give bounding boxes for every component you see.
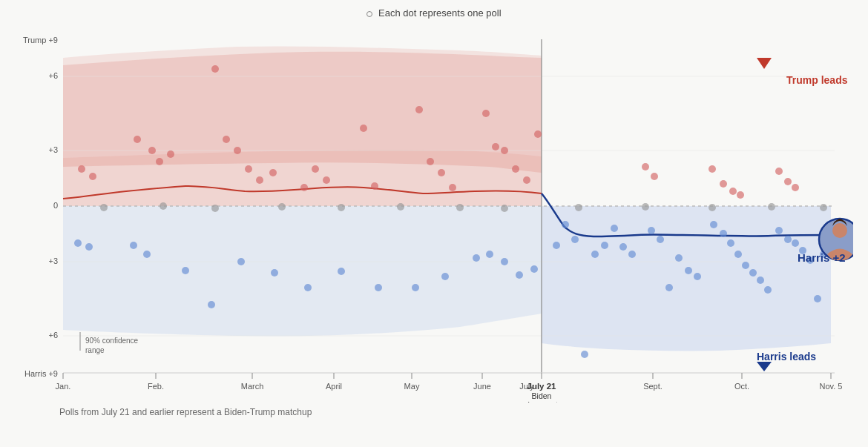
trump-dot (523, 176, 530, 184)
zero-dot (456, 204, 464, 211)
chart-container: Each dot represents one poll Trump +9 +6… (0, 0, 868, 447)
harris-dot (591, 251, 599, 258)
harris-dot (742, 262, 749, 269)
harris-value-label: Harris +2 (798, 251, 846, 264)
trump-dot (371, 182, 378, 190)
trump-dot (512, 165, 519, 173)
harris-dot (764, 286, 772, 294)
zero-dot (160, 202, 167, 210)
x-label-nov5: Nov. 5 (820, 382, 843, 391)
trump-dot (708, 165, 716, 173)
y-label-plus6-top: +6 (48, 71, 58, 80)
harris-dot (530, 265, 538, 273)
harris-dot (757, 277, 764, 284)
trump-dot (792, 184, 799, 191)
x-label-july21: July 21 (527, 382, 557, 391)
trump-dot (501, 147, 508, 154)
trump-dot (323, 176, 330, 184)
y-label-plus3-top: +3 (48, 145, 58, 154)
zero-dot (278, 203, 286, 211)
trump-dot (642, 163, 649, 170)
y-label-plus6-bot: +6 (48, 331, 58, 340)
trump-dot (534, 130, 542, 138)
x-label-march: March (241, 382, 264, 391)
harris-dot (501, 258, 508, 265)
trump-arrow (757, 58, 772, 69)
zero-dot (100, 204, 108, 211)
zero-dot (642, 203, 649, 211)
trump-dot (651, 173, 658, 180)
chart-footnote: Polls from July 21 and earlier represent… (15, 407, 853, 417)
x-label-biden: Biden (532, 391, 552, 400)
y-label-trump9: Trump +9 (23, 36, 58, 44)
x-label-sept: Sept. (643, 382, 662, 391)
zero-dot (768, 203, 775, 211)
x-label-feb: Feb. (148, 382, 164, 391)
harris-dot (619, 243, 627, 251)
trump-dot (438, 169, 445, 176)
y-label-plus3-bot: +3 (48, 256, 58, 265)
harris-dot (338, 268, 345, 275)
harris-dot (130, 242, 137, 249)
trump-dot (729, 188, 737, 195)
harris-dot (441, 273, 449, 280)
zero-dot (501, 205, 508, 212)
y-label-harris9: Harris +9 (24, 369, 58, 378)
zero-dot (820, 204, 827, 211)
harris-dot (657, 236, 664, 243)
trump-dot (775, 168, 783, 175)
main-chart: Trump +9 +6 +3 0 +3 +6 Harris +9 (15, 24, 853, 403)
harris-leads-label: Harris leads (757, 351, 816, 362)
harris-dot (237, 258, 245, 265)
trump-dot (89, 173, 96, 180)
harris-dot (648, 227, 655, 234)
zero-dot (397, 203, 404, 211)
biden-harris-band (63, 206, 542, 337)
x-label-drops: drops out (525, 400, 558, 403)
trump-dot (427, 158, 434, 165)
trump-dot (245, 165, 252, 173)
trump-dot (300, 184, 308, 191)
harris-dot (208, 301, 215, 308)
harris-dot (685, 267, 692, 274)
trump-leads-label: Trump leads (786, 74, 848, 86)
trump-dot (134, 136, 141, 143)
harris-dot (675, 254, 683, 262)
harris-dot (665, 284, 673, 291)
harris-dot (749, 269, 757, 277)
trump-band (63, 52, 542, 173)
y-label-zero: 0 (53, 201, 58, 210)
trump-dot (415, 106, 423, 113)
harris-dot (486, 251, 493, 258)
harris-dot (694, 273, 701, 280)
harris-dot (727, 239, 734, 247)
zero-dot (708, 204, 716, 211)
harris-dot (601, 242, 608, 249)
trump-dot (211, 65, 219, 73)
x-label-jan: Jan. (56, 382, 71, 391)
harris-dot (74, 239, 82, 247)
trump-dot (492, 143, 499, 150)
chart-title: Each dot represents one poll (15, 7, 853, 19)
harris-dot (571, 236, 579, 243)
harris-dot (581, 351, 588, 358)
trump-dot (784, 178, 792, 185)
trump-dot (737, 191, 744, 199)
trump-dot (312, 165, 319, 173)
confidence-label-line1: 90% confidence (85, 337, 139, 345)
zero-dot (338, 204, 345, 211)
trump-dot (720, 180, 727, 188)
harris-dot (516, 271, 523, 279)
harris-dot (710, 221, 717, 228)
harris-dot (143, 251, 151, 258)
trump-dot (223, 136, 230, 143)
trump-dot (360, 125, 367, 132)
harris-dot (628, 251, 636, 258)
confidence-label-line2: range (85, 346, 105, 354)
trump-dot (256, 176, 263, 184)
harris-dot (271, 269, 278, 277)
trump-dot (234, 147, 241, 154)
harris-dot (814, 295, 821, 302)
trump-dot (482, 110, 490, 117)
x-label-april: April (326, 382, 342, 391)
